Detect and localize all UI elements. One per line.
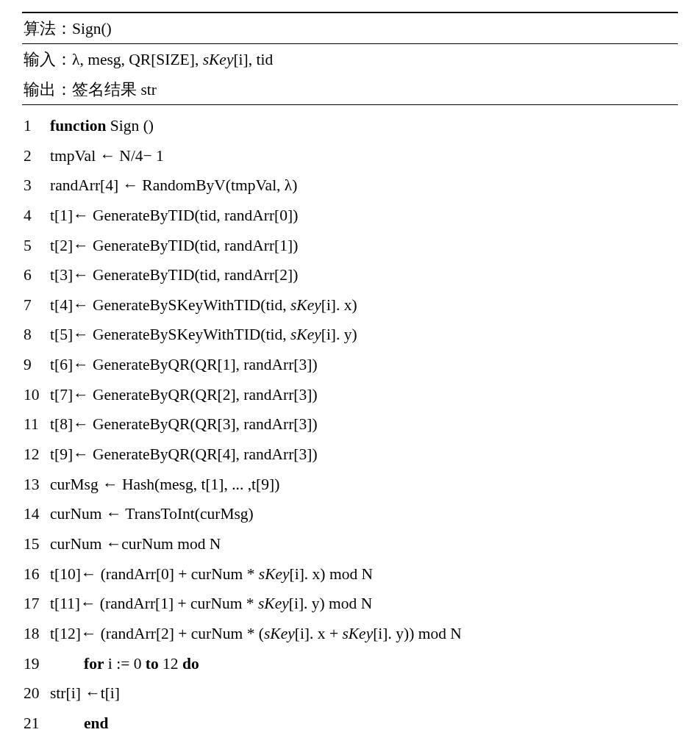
line-number: 20 <box>24 684 50 703</box>
input-value-suffix: [i], tid <box>233 51 273 68</box>
sig-name: Sign () <box>106 117 154 135</box>
code-line: 3 randArr[4] ← RandomByV(tmpVal, λ) <box>22 171 678 201</box>
code-line: 17 t[11]← (randArr[1] + curNum * sKey[i]… <box>22 589 678 620</box>
code-text: t[7]← GenerateByQR(QR[2], randArr[3]) <box>50 385 678 405</box>
output-label: 输出： <box>24 81 72 98</box>
seg: [i]. y) <box>321 326 357 343</box>
code-line: 14 curNum ← TransToInt(curMsg) <box>22 500 678 530</box>
seg: [i]. x) mod N <box>290 565 373 583</box>
line-number: 17 <box>24 594 50 614</box>
line-number: 7 <box>24 295 50 315</box>
line-number: 8 <box>24 325 50 345</box>
code-line: 2 tmpVal ← N/4− 1 <box>22 141 678 171</box>
seg: t[4]← GenerateBySKeyWithTID(tid, <box>50 296 290 314</box>
kw-end: end <box>84 714 108 732</box>
code-text: curNum ← TransToInt(curMsg) <box>50 504 678 524</box>
line-number: 3 <box>24 176 50 196</box>
code-line: 12 t[9]← GenerateByQR(QR[4], randArr[3]) <box>22 440 678 470</box>
line-number: 1 <box>24 116 50 136</box>
code-line: 20 str[i] ←t[i] <box>22 678 678 709</box>
code-line: 13 curMsg ← Hash(mesg, t[1], ... ,t[9]) <box>22 470 678 500</box>
skey-var: sKey <box>290 326 321 343</box>
input-value-prefix: λ, mesg, QR[SIZE], <box>72 51 203 68</box>
line-number: 15 <box>24 534 50 554</box>
code-text: t[12]← (randArr[2] + curNum * (sKey[i]. … <box>50 624 678 644</box>
seg: i := 0 <box>104 655 145 673</box>
code-text: t[10]← (randArr[0] + curNum * sKey[i]. x… <box>50 564 678 584</box>
line-number: 10 <box>24 385 50 405</box>
line-number: 18 <box>24 624 50 644</box>
code-text: end <box>50 714 678 734</box>
line-number: 13 <box>24 475 50 495</box>
code-text: t[3]← GenerateByTID(tid, randArr[2]) <box>50 265 678 285</box>
code-text: function Sign () <box>50 116 678 136</box>
input-label: 输入： <box>24 51 72 68</box>
seg: [i]. x + <box>295 625 343 642</box>
code-line: 21 end <box>22 709 678 735</box>
line-number: 2 <box>24 146 50 166</box>
code-line: 7 t[4]← GenerateBySKeyWithTID(tid, sKey[… <box>22 290 678 320</box>
code-line: 9 t[6]← GenerateByQR(QR[1], randArr[3]) <box>22 350 678 380</box>
kw-function: function <box>50 117 106 135</box>
skey-var: sKey <box>290 296 321 314</box>
seg: 12 <box>159 655 182 673</box>
code-text: t[9]← GenerateByQR(QR[4], randArr[3]) <box>50 445 678 465</box>
skey-var: sKey <box>258 595 289 612</box>
line-number: 5 <box>24 236 50 256</box>
seg: t[10]← (randArr[0] + curNum * <box>50 565 259 583</box>
code-text: str[i] ←t[i] <box>50 684 678 703</box>
algo-title-line: 算法：Sign() <box>22 13 678 43</box>
code-text: t[11]← (randArr[1] + curNum * sKey[i]. y… <box>50 594 678 614</box>
code-text: curMsg ← Hash(mesg, t[1], ... ,t[9]) <box>50 475 678 495</box>
seg: t[12]← (randArr[2] + curNum * ( <box>50 625 264 642</box>
line-number: 21 <box>24 714 50 734</box>
code-text: randArr[4] ← RandomByV(tmpVal, λ) <box>50 176 678 196</box>
seg: t[11]← (randArr[1] + curNum * <box>50 595 258 612</box>
line-number: 12 <box>24 445 50 465</box>
algo-label: 算法： <box>24 20 72 37</box>
line-number: 9 <box>24 355 50 375</box>
code-text: t[1]← GenerateByTID(tid, randArr[0]) <box>50 206 678 226</box>
kw-to: to <box>146 655 159 673</box>
output-value: 签名结果 str <box>72 81 157 98</box>
code-line: 5 t[2]← GenerateByTID(tid, randArr[1]) <box>22 231 678 261</box>
code-line: 16 t[10]← (randArr[0] + curNum * sKey[i]… <box>22 559 678 589</box>
line-number: 16 <box>24 564 50 584</box>
code-text: for i := 0 to 12 do <box>50 654 678 674</box>
code-line: 18 t[12]← (randArr[2] + curNum * (sKey[i… <box>22 619 678 649</box>
code-text: t[2]← GenerateByTID(tid, randArr[1]) <box>50 236 678 256</box>
code-line: 10 t[7]← GenerateByQR(QR[2], randArr[3]) <box>22 380 678 410</box>
code-text: t[6]← GenerateByQR(QR[1], randArr[3]) <box>50 355 678 375</box>
output-line: 输出：签名结果 str <box>22 74 678 104</box>
line-number: 14 <box>24 504 50 524</box>
code-text: t[4]← GenerateBySKeyWithTID(tid, sKey[i]… <box>50 295 678 315</box>
code-line: 11 t[8]← GenerateByQR(QR[3], randArr[3]) <box>22 410 678 440</box>
skey-var: sKey <box>342 625 373 642</box>
kw-do: do <box>182 655 199 673</box>
seg: [i]. y) mod N <box>289 595 372 612</box>
code-line: 4 t[1]← GenerateByTID(tid, randArr[0]) <box>22 201 678 231</box>
line-number: 6 <box>24 265 50 285</box>
code-text: curNum ←curNum mod N <box>50 534 678 554</box>
algo-name: Sign() <box>72 20 112 37</box>
kw-for: for <box>84 655 104 673</box>
algorithm-block: 算法：Sign() 输入：λ, mesg, QR[SIZE], sKey[i],… <box>0 0 700 735</box>
code-text: tmpVal ← N/4− 1 <box>50 146 678 166</box>
code-text: t[8]← GenerateByQR(QR[3], randArr[3]) <box>50 415 678 434</box>
skey-var: sKey <box>259 565 290 583</box>
seg: t[5]← GenerateBySKeyWithTID(tid, <box>50 326 290 343</box>
skey-var: sKey <box>264 625 295 642</box>
algo-body: 1 function Sign () 2 tmpVal ← N/4− 1 3 r… <box>22 105 678 735</box>
input-skey: sKey <box>203 51 234 68</box>
line-number: 19 <box>24 654 50 674</box>
code-line: 15 curNum ←curNum mod N <box>22 529 678 559</box>
seg: [i]. x) <box>321 296 357 314</box>
seg: [i]. y)) mod N <box>373 625 462 642</box>
line-number: 11 <box>24 415 50 434</box>
code-line: 1 function Sign () <box>22 111 678 141</box>
code-line: 8 t[5]← GenerateBySKeyWithTID(tid, sKey[… <box>22 320 678 351</box>
code-line: 19 for i := 0 to 12 do <box>22 649 678 679</box>
code-text: t[5]← GenerateBySKeyWithTID(tid, sKey[i]… <box>50 325 678 345</box>
code-line: 6 t[3]← GenerateByTID(tid, randArr[2]) <box>22 260 678 290</box>
input-line: 输入：λ, mesg, QR[SIZE], sKey[i], tid <box>22 44 678 74</box>
